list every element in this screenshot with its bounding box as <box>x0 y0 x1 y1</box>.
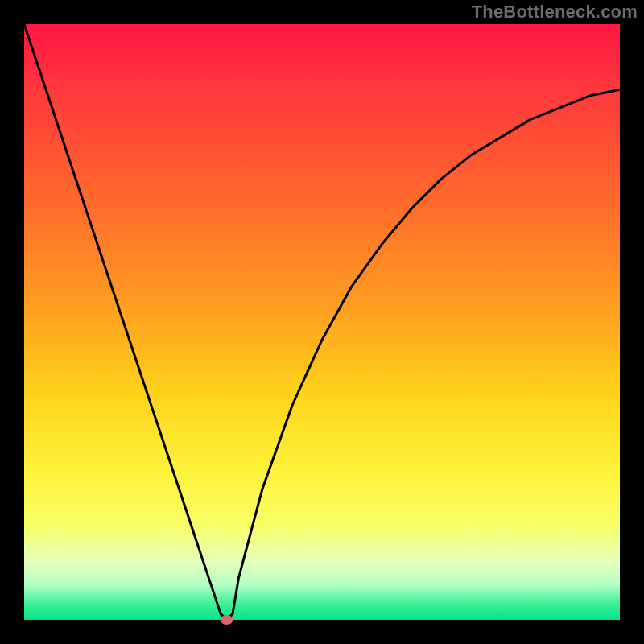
chart-svg <box>0 0 644 644</box>
chart-stage: TheBottleneck.com <box>0 0 644 644</box>
watermark-text: TheBottleneck.com <box>472 2 638 23</box>
minimum-marker <box>221 615 233 625</box>
plot-background <box>24 24 620 620</box>
